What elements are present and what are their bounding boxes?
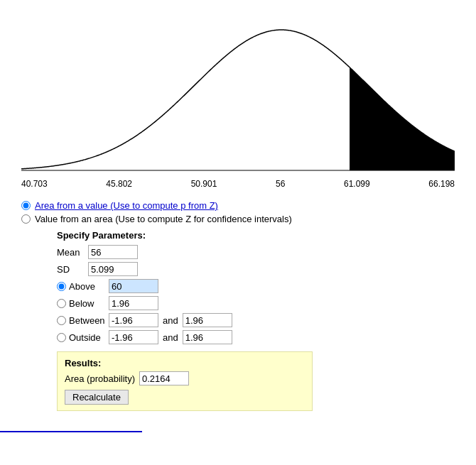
radio-outside[interactable] xyxy=(57,333,66,342)
x-axis-labels: 40.703 45.802 50.901 56 61.099 66.198 xyxy=(21,177,455,195)
between-input-1[interactable] xyxy=(109,313,158,327)
sd-label: SD xyxy=(57,264,85,275)
area-value-input[interactable] xyxy=(139,371,189,385)
x-label-6: 66.198 xyxy=(428,179,455,189)
above-input[interactable] xyxy=(109,279,158,293)
x-label-1: 40.703 xyxy=(21,179,48,189)
below-label: Below xyxy=(69,298,106,309)
chart-container: 40.703 45.802 50.901 56 61.099 66.198 xyxy=(0,0,476,195)
outside-and-text: and xyxy=(163,332,178,343)
x-label-2: 45.802 xyxy=(106,179,132,189)
mean-input[interactable] xyxy=(88,245,138,259)
area-label: Area (probability) xyxy=(65,373,135,384)
sd-input[interactable] xyxy=(88,262,138,276)
radio-area-from-value[interactable] xyxy=(21,201,31,210)
between-and-text: and xyxy=(163,315,178,326)
mean-row: Mean xyxy=(57,245,455,259)
params-title: Specify Parameters: xyxy=(57,230,455,241)
between-label: Between xyxy=(69,315,106,326)
below-input[interactable] xyxy=(109,296,158,310)
radio-area-from-value-label: Area from a value (Use to compute p from… xyxy=(35,200,218,211)
radio-below[interactable] xyxy=(57,299,66,308)
below-row: Below xyxy=(57,296,455,310)
recalculate-button[interactable]: Recalculate xyxy=(65,390,129,405)
outside-label: Outside xyxy=(69,332,106,343)
x-label-5: 61.099 xyxy=(344,179,370,189)
radio-above[interactable] xyxy=(57,282,66,291)
above-label: Above xyxy=(69,281,106,292)
outside-input-1[interactable] xyxy=(109,330,158,344)
above-row: Above xyxy=(57,279,455,293)
outside-row: Outside and xyxy=(57,330,455,344)
between-row: Between and xyxy=(57,313,455,327)
results-area-row: Area (probability) xyxy=(65,371,305,385)
x-label-3: 50.901 xyxy=(191,179,217,189)
radio-between[interactable] xyxy=(57,316,66,325)
results-title: Results: xyxy=(65,358,305,368)
radio-area-from-value-row[interactable]: Area from a value (Use to compute p from… xyxy=(21,200,455,211)
sd-row: SD xyxy=(57,262,455,276)
radio-value-from-area-label: Value from an area (Use to compute Z for… xyxy=(35,214,292,224)
bell-curve-chart xyxy=(21,7,455,177)
outside-input-2[interactable] xyxy=(183,330,232,344)
radio-value-from-area[interactable] xyxy=(21,214,31,224)
mean-label: Mean xyxy=(57,247,85,258)
bottom-bar xyxy=(0,431,142,432)
x-label-4: 56 xyxy=(276,179,285,189)
params-section: Specify Parameters: Mean SD Above Below … xyxy=(21,230,455,344)
between-input-2[interactable] xyxy=(183,313,232,327)
results-section: Results: Area (probability) Recalculate xyxy=(57,351,313,411)
radio-value-from-area-row[interactable]: Value from an area (Use to compute Z for… xyxy=(21,214,455,224)
controls-section: Area from a value (Use to compute p from… xyxy=(0,195,476,417)
